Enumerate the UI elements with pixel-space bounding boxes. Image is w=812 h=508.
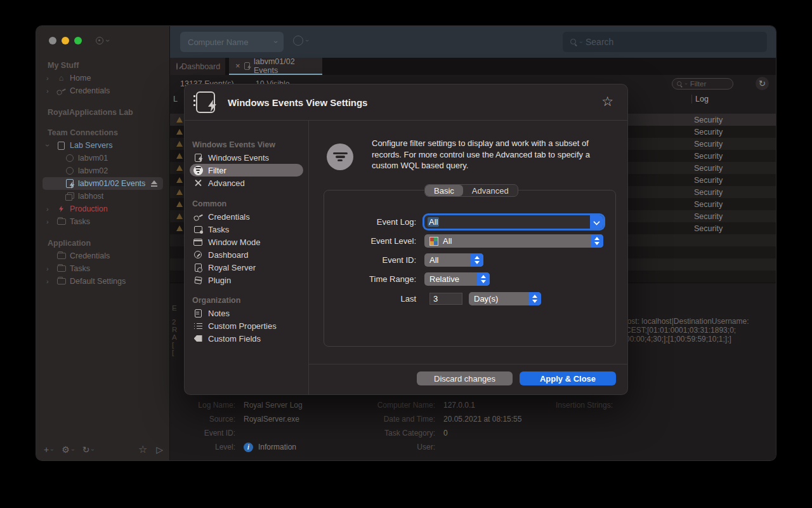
sidebar-item-app-tasks[interactable]: › Tasks (36, 262, 169, 275)
chevron-right-icon[interactable]: › (46, 205, 56, 213)
combo-dropdown-button[interactable] (590, 215, 603, 229)
tab-basic[interactable]: Basic (425, 185, 463, 196)
dialog-nav-filter-selected[interactable]: Filter (190, 164, 303, 177)
insertion-strings-text: lost: localhost|DestinationUsername: (625, 317, 749, 326)
connect-menu-button[interactable]: › (96, 37, 109, 44)
sidebar-section-team-connections: Team Connections (36, 126, 169, 139)
sync-button[interactable]: ↻› (82, 445, 94, 454)
chevron-down-icon[interactable]: › (44, 144, 51, 147)
close-tab-icon[interactable]: × (235, 61, 240, 70)
run-dropdown-button[interactable]: › (293, 36, 308, 46)
chevron-right-icon[interactable]: › (46, 87, 56, 95)
filter-group-box (324, 190, 616, 347)
dialog-nav-notes[interactable]: Notes (185, 307, 308, 319)
dialog-nav-custom-properties[interactable]: Custom Properties (185, 319, 308, 332)
event-id-row: Event ID: (170, 427, 235, 439)
add-button[interactable]: +› (44, 445, 53, 454)
tab-bar: Dashboard × labvm01/02 Events (170, 58, 776, 75)
sidebar-item-labvm02[interactable]: labvm02 (36, 164, 169, 177)
dialog-nav-custom-fields[interactable]: Custom Fields (185, 332, 308, 345)
sidebar-item-home[interactable]: › ⌂ Home (36, 72, 169, 84)
computer-name-dropdown[interactable]: Computer Name › (180, 32, 284, 52)
last-label: Last (324, 294, 416, 304)
sidebar-item-app-credentials[interactable]: Credentials (36, 250, 169, 262)
sidebar-item-labvm01[interactable]: labvm01 (36, 152, 169, 164)
tab-events-active[interactable]: × labvm01/02 Events (229, 58, 322, 75)
popup-stepper-icon[interactable] (471, 253, 483, 267)
tag-icon (192, 335, 204, 342)
main-toolbar: Computer Name › › › (170, 26, 776, 58)
popup-stepper-icon[interactable] (477, 272, 490, 286)
tasks-icon (192, 226, 204, 233)
favorite-star-icon[interactable]: ☆ (601, 94, 613, 109)
tab-dashboard[interactable]: Dashboard (170, 58, 225, 75)
event-log-combobox[interactable]: All (424, 215, 603, 229)
global-search-field[interactable]: › (563, 32, 767, 52)
compass-icon (176, 63, 178, 70)
sidebar-item-credentials[interactable]: › Credentials (36, 84, 169, 97)
level-row: Level: iInformation (170, 441, 296, 453)
favorite-star-button[interactable]: ☆ (138, 444, 147, 455)
truncated-text: [ (172, 349, 174, 356)
zoom-window-button[interactable] (74, 37, 82, 44)
dialog-nav-credentials[interactable]: Credentials (185, 210, 308, 223)
chevron-down-icon: › (683, 83, 688, 85)
settings-button[interactable]: ⚙› (62, 445, 74, 454)
sidebar-item-default-settings[interactable]: › Default Settings (36, 275, 169, 288)
filter-icon (192, 166, 204, 175)
sidebar-item-events-selected[interactable]: labvm01/02 Events (43, 177, 163, 190)
dialog-nav-plugin[interactable]: Plugin (185, 274, 308, 286)
sidebar-item-lab-servers[interactable]: › Lab Servers (36, 139, 169, 152)
folder-icon (56, 218, 67, 225)
chevron-down-icon: › (304, 39, 310, 41)
popup-stepper-icon[interactable] (591, 234, 603, 248)
list-icon (192, 323, 204, 330)
chevron-right-icon[interactable]: › (46, 74, 56, 82)
column-level[interactable]: L (173, 95, 178, 104)
truncated-text: [ (172, 341, 174, 349)
dialog-section-common: Common (185, 197, 308, 210)
warning-icon (176, 129, 183, 135)
last-value-input[interactable] (429, 293, 462, 305)
dialog-nav-royal-server[interactable]: Royal Server (185, 261, 308, 274)
chevron-down-icon: › (272, 41, 280, 43)
dialog-sidebar: Windows Events View Windows Events Filte… (185, 121, 309, 394)
dialog-nav-dashboard[interactable]: Dashboard (185, 248, 308, 261)
chevron-right-icon[interactable]: › (46, 218, 56, 225)
truncated-text: E (172, 304, 177, 312)
eject-icon[interactable] (150, 180, 158, 187)
chevron-right-icon[interactable]: › (46, 265, 56, 272)
filter-input[interactable] (689, 79, 722, 88)
key-icon (192, 214, 204, 220)
events-icon (244, 62, 250, 70)
column-log[interactable]: Log (691, 95, 709, 104)
event-id-popup[interactable]: All (424, 253, 483, 267)
search-input[interactable] (584, 36, 737, 48)
levels-grid-icon (429, 237, 438, 246)
computer-name-row: Computer Name: 127.0.0.1 (334, 399, 475, 411)
dialog-title: Windows Events View Settings (228, 97, 367, 108)
search-icon (570, 39, 577, 46)
sidebar-item-tasks[interactable]: › Tasks (36, 215, 169, 228)
close-window-button[interactable] (49, 37, 56, 44)
time-range-popup[interactable]: Relative (424, 272, 490, 286)
refresh-button[interactable]: ↻ (756, 77, 769, 90)
play-button[interactable]: ▷ (156, 445, 163, 454)
filter-field[interactable]: › (672, 78, 733, 90)
sidebar-item-production[interactable]: › Production (36, 203, 169, 215)
dialog-nav-windows-events[interactable]: Windows Events (185, 151, 308, 164)
discard-changes-button[interactable]: Discard changes (417, 371, 513, 385)
chevron-right-icon[interactable]: › (46, 277, 56, 285)
sidebar-item-labhost[interactable]: labhost (36, 190, 169, 203)
last-unit-popup[interactable]: Day(s) (469, 292, 541, 305)
apply-close-button[interactable]: Apply & Close (520, 371, 616, 385)
tab-advanced[interactable]: Advanced (463, 185, 518, 196)
popup-stepper-icon[interactable] (528, 292, 541, 305)
chevron-down-icon: › (89, 449, 95, 451)
dialog-nav-tasks[interactable]: Tasks (185, 223, 308, 236)
dialog-nav-advanced[interactable]: Advanced (185, 177, 308, 189)
dialog-nav-window-mode[interactable]: Window Mode (185, 236, 308, 248)
minimize-window-button[interactable] (62, 37, 69, 44)
connection-icon (64, 167, 75, 175)
event-level-popup[interactable]: All (424, 234, 603, 248)
